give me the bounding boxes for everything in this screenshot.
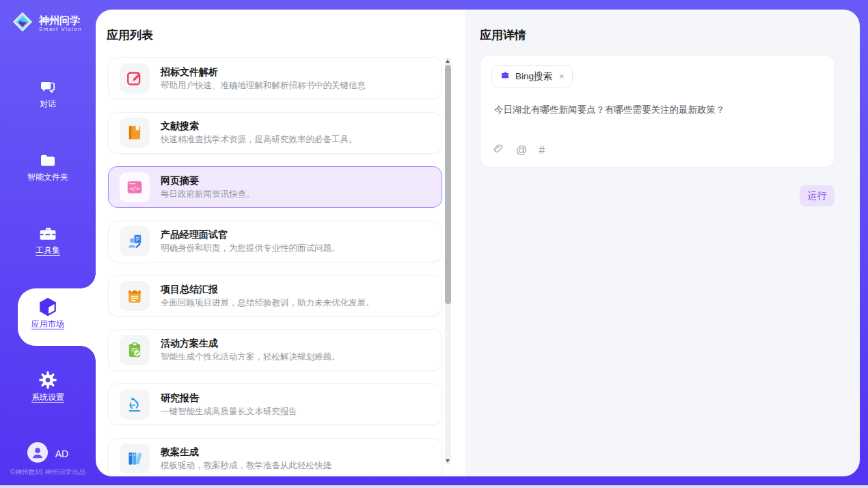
app-list-pane: 应用列表 招标文件解析 帮助用户快速、准确地理解和解析招标书中的关键信息 文献搜…: [96, 10, 465, 476]
screen-bottom-edge: [0, 485, 868, 488]
sidebar-item-label: 工具集: [36, 245, 60, 256]
app-description: 快速精准查找学术资源，提高研究效率的必备工具。: [161, 134, 357, 146]
sidebar: 神州问学 Smart Vision 对话 智能文件夹 工具集 应用市场 系统设置: [0, 0, 96, 485]
app-card-tender-parse[interactable]: 招标文件解析 帮助用户快速、准确地理解和解析招标书中的关键信息: [108, 57, 442, 99]
sidebar-footer: ©神州数码·神州问学出品: [0, 467, 96, 477]
app-card-texts: 项目总结汇报 全面回顾项目进展，总结经验教训，助力未来优化发展。: [161, 283, 375, 309]
activity-plan-icon: [120, 335, 150, 365]
user-initials: AD: [55, 448, 68, 459]
app-card-pm-interviewer[interactable]: 产品经理面试官 明确身份和职责，为您提供专业性的面试问题。: [108, 221, 442, 262]
brand-logo-row: 神州问学 Smart Vision: [0, 0, 96, 38]
app-card-texts: 教案生成 模板驱动，教案秒成，教学准备从此轻松快捷: [161, 446, 331, 472]
app-card-research-report[interactable]: 研究报告 一键智能生成高质量长文本研究报告: [108, 383, 442, 425]
brand-diamond-icon: [11, 10, 34, 36]
user-row[interactable]: AD: [0, 442, 96, 465]
web-summary-icon: </>: [120, 172, 150, 202]
prompt-text[interactable]: 今日湖北有哪些新闻要点？有哪些需要关注的最新政策？: [494, 103, 822, 116]
sidebar-item-app-market[interactable]: 应用市场: [0, 297, 96, 329]
gear-icon: [38, 370, 58, 390]
app-card-lesson-plan[interactable]: 教案生成 模板驱动，教案秒成，教学准备从此轻松快捷: [108, 438, 442, 477]
prompt-composer[interactable]: Bing搜索 × 今日湖北有哪些新闻要点？有哪些需要关注的最新政策？ @ #: [480, 55, 835, 167]
app-name: 项目总结汇报: [161, 283, 375, 295]
app-card-literature-search[interactable]: 文献搜索 快速精准查找学术资源，提高研究效率的必备工具。: [108, 112, 442, 154]
folder-icon: [38, 150, 58, 170]
hash-icon[interactable]: #: [539, 144, 545, 157]
project-summary-icon: [120, 281, 150, 311]
app-card-project-summary[interactable]: 项目总结汇报 全面回顾项目进展，总结经验教训，助力未来优化发展。: [108, 275, 442, 316]
app-name: 教案生成: [161, 446, 331, 458]
sidebar-item-toolkit[interactable]: 工具集: [0, 223, 96, 256]
app-card-texts: 产品经理面试官 明确身份和职责，为您提供专业性的面试问题。: [161, 228, 340, 254]
app-card-texts: 活动方案生成 智能生成个性化活动方案，轻松解决规划难题。: [161, 337, 340, 363]
run-button[interactable]: 运行: [800, 185, 835, 206]
cube-icon: [37, 297, 59, 317]
main-content-card: 应用列表 招标文件解析 帮助用户快速、准确地理解和解析招标书中的关键信息 文献搜…: [96, 10, 860, 476]
sidebar-item-label: 对话: [40, 98, 56, 110]
scrollbar-down-arrow[interactable]: [446, 459, 450, 463]
research-report-icon: [120, 390, 150, 420]
chat-icon: [38, 77, 57, 97]
app-root: 神州问学 Smart Vision 对话 智能文件夹 工具集 应用市场 系统设置: [0, 0, 868, 488]
app-name: 招标文件解析: [161, 66, 366, 78]
sidebar-item-settings[interactable]: 系统设置: [0, 370, 96, 403]
sidebar-item-chat[interactable]: 对话: [0, 77, 96, 110]
app-card-texts: 文献搜索 快速精准查找学术资源，提高研究效率的必备工具。: [161, 120, 357, 146]
scrollbar-thumb[interactable]: [445, 65, 451, 304]
app-list-title: 应用列表: [107, 27, 153, 43]
app-detail-title: 应用详情: [480, 27, 526, 43]
app-name: 网页摘要: [161, 174, 255, 187]
briefcase-icon: [500, 70, 511, 83]
tool-tag-bing-search[interactable]: Bing搜索 ×: [491, 65, 573, 87]
app-name: 研究报告: [161, 392, 297, 404]
app-detail-pane: 应用详情 Bing搜索 × 今日湖北有哪些新闻要点？有哪些需要关注的最新政策？: [465, 10, 860, 476]
sidebar-item-label: 应用市场: [31, 318, 64, 330]
brand-name: 神州问学: [39, 14, 82, 26]
app-description: 明确身份和职责，为您提供专业性的面试问题。: [161, 243, 340, 254]
avatar[interactable]: [27, 442, 48, 465]
sidebar-nav: 对话 智能文件夹 工具集 应用市场 系统设置: [0, 38, 96, 403]
sidebar-item-label: 系统设置: [31, 392, 64, 403]
lesson-plan-icon: [120, 444, 150, 474]
sidebar-item-label: 智能文件夹: [27, 172, 68, 183]
tool-tag-label: Bing搜索: [515, 70, 552, 83]
app-card-texts: 招标文件解析 帮助用户快速、准确地理解和解析招标书中的关键信息: [161, 66, 366, 92]
app-name: 文献搜索: [161, 120, 357, 132]
attachment-icon[interactable]: [493, 142, 504, 158]
tag-close-icon[interactable]: ×: [559, 71, 565, 81]
scrollbar-up-arrow[interactable]: [446, 59, 450, 63]
app-name: 活动方案生成: [161, 337, 340, 349]
app-description: 帮助用户快速、准确地理解和解析招标书中的关键信息: [161, 80, 366, 92]
tender-parse-icon: [120, 64, 150, 94]
app-description: 智能生成个性化活动方案，轻松解决规划难题。: [161, 351, 340, 363]
svg-text:</>: </>: [130, 185, 140, 192]
app-description: 每日政府新闻资讯快查。: [161, 189, 255, 200]
composer-toolbar: @ #: [493, 142, 545, 158]
sidebar-item-smart-folder[interactable]: 智能文件夹: [0, 150, 96, 183]
app-name: 产品经理面试官: [161, 228, 340, 241]
app-card-activity-plan[interactable]: 活动方案生成 智能生成个性化活动方案，轻松解决规划难题。: [108, 329, 442, 371]
app-card-texts: 研究报告 一键智能生成高质量长文本研究报告: [161, 392, 297, 418]
app-description: 全面回顾项目进展，总结经验教训，助力未来优化发展。: [161, 297, 375, 309]
scrollbar[interactable]: [445, 57, 451, 465]
toolbox-icon: [38, 223, 58, 243]
app-list: 招标文件解析 帮助用户快速、准确地理解和解析招标书中的关键信息 文献搜索 快速精…: [108, 57, 442, 476]
app-card-texts: 网页摘要 每日政府新闻资讯快查。: [161, 174, 255, 200]
app-description: 模板驱动，教案秒成，教学准备从此轻松快捷: [161, 460, 331, 472]
brand-subtitle: Smart Vision: [39, 26, 82, 32]
pm-interviewer-icon: [120, 226, 150, 256]
mention-icon[interactable]: @: [516, 144, 527, 157]
app-description: 一键智能生成高质量长文本研究报告: [161, 406, 297, 418]
app-card-web-summary[interactable]: </> 网页摘要 每日政府新闻资讯快查。: [108, 166, 442, 208]
literature-search-icon: [120, 118, 150, 148]
